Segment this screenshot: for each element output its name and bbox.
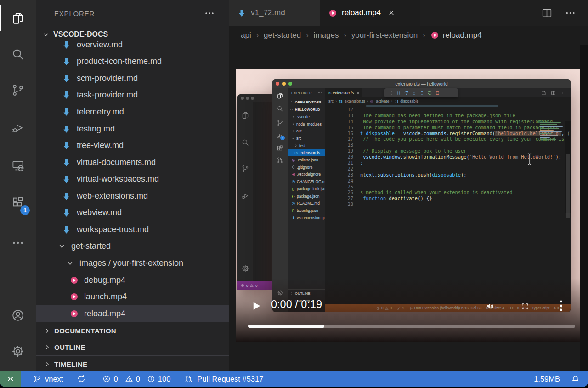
breadcrumb-segment[interactable]: get-started [264,31,301,40]
line-number: 27 [325,195,353,201]
breadcrumb-separator: › [335,99,337,103]
account-icon [11,308,25,322]
tab-v1-72-md[interactable]: v1_72.md [229,0,320,26]
clock-file-icon [291,180,295,184]
tree-item-tree-view-md[interactable]: tree-view.md [36,137,229,154]
pr-icon [542,91,547,96]
branch-name: vnext [45,375,63,383]
inner-activity-pr [272,154,288,166]
breadcrumb-separator: › [344,31,346,40]
activity-item-source-control[interactable] [0,75,36,105]
video-scrubber[interactable] [248,325,575,328]
minimap [540,122,565,141]
code-line: 19 // Display a message box to the user [325,148,571,154]
pause-icon [396,91,401,96]
breadcrumb-file[interactable]: reload.mp4 [430,31,482,40]
stepout-icon [419,91,424,96]
tree-item-product-icon-theme-md[interactable]: product-icon-theme.md [36,53,229,70]
warning-icon [125,375,133,383]
gear-icon [11,344,25,358]
activity-item-remote-explorer[interactable] [0,150,36,181]
inner-project-label: HELLOWORLD [295,108,320,112]
remote-indicator[interactable] [0,371,21,387]
tree-item-virtual-documents-md[interactable]: virtual-documents.md [36,154,229,171]
breadcrumb-segment[interactable]: your-first-extension [351,31,418,40]
tree-item-overview-md[interactable]: overview.md [36,41,229,53]
tree-item-debug-mp4[interactable]: debug.mp4 [36,272,229,289]
activity-item-more[interactable] [0,228,36,258]
more-actions-icon[interactable] [565,7,576,19]
line-number: 19 [325,148,353,154]
tree-item-scm-provider-md[interactable]: scm-provider.md [36,70,229,87]
inner-activity-scm [272,116,288,129]
debug-icon [11,121,25,135]
activity-item-run-debug[interactable] [0,113,36,143]
tree-item-images-your-first-extension[interactable]: images / your-first-extension [36,255,229,272]
inner-tree-label: README.md [297,201,320,205]
breadcrumb-segment[interactable]: images [314,31,339,40]
tab-reload-mp4[interactable]: reload.mp4 [320,0,420,26]
video-menu-icon[interactable] [559,300,563,312]
chevron-right-icon [44,327,51,334]
inner-tab-label: extension.ts [333,91,354,95]
tree-item-label: debug.mp4 [84,275,125,285]
inner-breadcrumb-segment: disposable [400,99,418,103]
inner-tab-bar: TS extension.ts [325,88,571,97]
volume-icon[interactable] [486,302,495,311]
close-icon[interactable] [387,9,396,17]
sidebar-section-timeline[interactable]: TIMELINE [36,355,229,372]
notifications-status[interactable] [571,375,580,383]
activity-item-search[interactable] [0,39,36,69]
play-button[interactable] [250,300,262,312]
project-root-row[interactable]: VSCODE-DOCS [36,28,229,41]
line-number: 26 [325,189,353,195]
tree-item-telemetry-md[interactable]: telemetry.md [36,103,229,120]
line-number: 14 [325,119,353,125]
code-line: 26s method is called when your extension… [325,189,571,195]
tree-item-webview-md[interactable]: webview.md [36,204,229,221]
activity-item-explorer[interactable] [0,3,36,34]
markdown-file-icon [62,191,71,201]
sync-status[interactable] [77,374,86,383]
tree-item-label: web-extensions.md [77,191,148,201]
inner-tree-label: package.json [297,194,319,199]
tree-item-task-provider-md[interactable]: task-provider.md [36,86,229,103]
split-editor-icon[interactable] [541,7,553,19]
video-player[interactable]: 0 0 extension.ts — helloworld 1 [236,69,580,342]
tree-item-launch-mp4[interactable]: launch.mp4 [36,288,229,305]
more-h-icon [11,236,25,250]
more-actions-icon[interactable] [204,8,215,19]
code-token: The commandId parameter must match the c… [360,125,559,130]
code-line: 22 [325,166,571,172]
ts-file-icon: TS [294,151,298,155]
code-text: Now provide the implementation of the co… [353,119,553,125]
tree-item-label: reload.mp4 [84,309,125,319]
pull-request-icon [184,375,193,383]
inner-editor-actions [542,88,565,97]
chevron-right-icon [44,361,51,368]
problems-status[interactable]: 0 0 100 [102,375,170,383]
code-text: // Display a message box to the user [353,148,466,154]
activity-item-extensions[interactable]: 1 [0,187,36,217]
tree-item-web-extensions-md[interactable]: web-extensions.md [36,188,229,205]
tree-item-workspace-trust-md[interactable]: workspace-trust.md [36,221,229,238]
inner-tree-label: .vscode [296,114,310,119]
sidebar-section-outline[interactable]: OUTLINE [36,339,229,356]
chevron-down-icon [58,242,66,250]
tree-item-testing-md[interactable]: testing.md [36,120,229,137]
tree-item-reload-mp4[interactable]: reload.mp4 [36,305,229,322]
breadcrumb-segment[interactable]: api [241,31,251,40]
fullscreen-icon[interactable] [521,302,529,310]
tree-item-virtual-workspaces-md[interactable]: virtual-workspaces.md [36,171,229,188]
tree-item-get-started[interactable]: get-started [36,238,229,255]
code-token: registerCommand [449,131,492,136]
inner-tree-label: node_modules [296,122,322,126]
breadcrumb-separator: › [423,31,425,40]
activity-item-settings[interactable] [0,336,36,366]
pull-request-status[interactable]: Pull Request #5317 [184,375,263,383]
sidebar-section-documentation[interactable]: DOCUMENTATION [36,322,229,339]
activity-item-account[interactable] [0,300,36,331]
code-token: function [360,195,389,201]
branch-status[interactable]: vnext [33,375,63,383]
file-size-status[interactable]: 1.59MB [534,375,560,383]
